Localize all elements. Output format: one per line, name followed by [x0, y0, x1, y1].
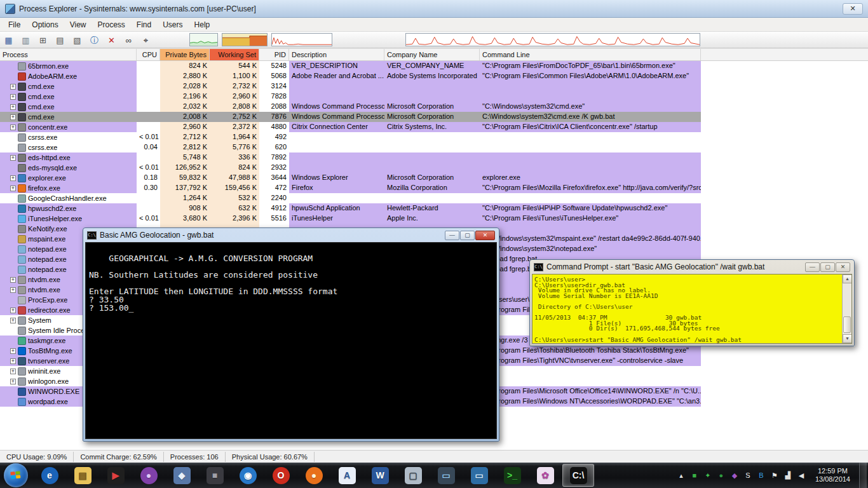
tree-expand-toggle[interactable] — [10, 399, 16, 405]
process-row[interactable]: hpwuschd2.exe 908 K 632 K 4912 hpwuSchd … — [0, 203, 701, 214]
tree-expand-toggle[interactable] — [10, 338, 16, 344]
tree-expand-toggle[interactable] — [10, 297, 16, 303]
taskbar-app-blue[interactable]: ◆ — [166, 464, 198, 487]
process-explorer-titlebar[interactable]: Process Explorer - Sysinternals: www.sys… — [0, 0, 868, 18]
column-header[interactable]: Working Set — [210, 49, 259, 60]
tree-expand-toggle[interactable]: + — [10, 308, 16, 313]
menu-item[interactable]: File — [3, 19, 26, 30]
taskbar-opera[interactable]: O — [265, 464, 297, 487]
kill-process-icon[interactable]: ✕ — [104, 34, 119, 46]
tree-expand-toggle[interactable]: + — [10, 379, 16, 384]
menu-item[interactable]: Process — [92, 19, 131, 30]
process-row[interactable]: + cmd.exe 2,028 K 2,732 K 3124 — [0, 81, 701, 92]
tree-expand-toggle[interactable] — [10, 165, 16, 171]
start-button[interactable] — [4, 463, 28, 487]
tree-expand-toggle[interactable] — [10, 74, 16, 79]
tray-s-icon[interactable]: S — [743, 470, 753, 480]
sysinfo-icon[interactable]: ▥ — [18, 34, 34, 46]
process-row[interactable]: + concentr.exe 2,960 K 2,372 K 4880 Citr… — [0, 122, 701, 132]
taskbar-firefox[interactable]: ● — [298, 464, 330, 487]
taskbar-clock[interactable]: 12:59 PM 13/08/2014 — [810, 467, 856, 484]
tree-expand-toggle[interactable] — [10, 206, 16, 212]
tree-expand-toggle[interactable]: + — [10, 175, 16, 181]
column-header[interactable]: Description — [289, 49, 384, 60]
tray-purple-icon[interactable]: ◆ — [729, 470, 740, 480]
tray-volume-icon[interactable]: ◀ — [796, 470, 806, 480]
menu-item[interactable]: Help — [189, 19, 216, 30]
tree-expand-toggle[interactable] — [10, 216, 16, 222]
cpu-history-graph[interactable] — [189, 33, 218, 46]
properties-icon[interactable]: ⓘ — [86, 34, 102, 46]
tree-expand-toggle[interactable]: + — [10, 104, 16, 110]
minimize-button[interactable]: — — [805, 262, 820, 272]
taskbar-paint[interactable]: ✿ — [529, 464, 561, 487]
find-window-icon[interactable]: ⌖ — [138, 34, 154, 46]
process-row[interactable]: eds-mysqld.exe < 0.01 126,952 K 824 K 29… — [0, 163, 701, 173]
scroll-down-button[interactable]: ▼ — [843, 334, 852, 343]
tree-expand-toggle[interactable] — [10, 145, 16, 151]
taskbar-vnc-viewer[interactable]: ▭ — [463, 464, 495, 487]
tree-expand-toggle[interactable] — [10, 247, 16, 252]
column-header[interactable]: Private Bytes — [160, 49, 210, 60]
tree-view-icon[interactable]: ⊞ — [35, 34, 51, 46]
save-icon[interactable]: ▦ — [1, 34, 17, 46]
process-row[interactable]: GoogleCrashHandler.exe 1,264 K 532 K 224… — [0, 193, 701, 203]
tree-expand-toggle[interactable]: + — [10, 358, 16, 364]
process-row[interactable]: + firefox.exe 0.30 137,792 K 159,456 K 4… — [0, 183, 701, 193]
tree-expand-toggle[interactable]: + — [10, 348, 16, 354]
tree-expand-toggle[interactable] — [10, 64, 16, 69]
tray-flag-icon[interactable]: ⚑ — [770, 470, 780, 480]
taskbar-terminal-green[interactable]: >_ — [496, 464, 528, 487]
menu-item[interactable]: Options — [26, 19, 64, 30]
tree-expand-toggle[interactable] — [10, 236, 16, 242]
process-row[interactable]: + cmd.exe 2,032 K 2,808 K 2088 Windows C… — [0, 102, 701, 112]
menu-item[interactable]: Find — [131, 19, 157, 30]
tray-green-dot-icon[interactable]: ● — [716, 470, 726, 480]
menu-item[interactable]: Users — [157, 19, 188, 30]
tree-expand-toggle[interactable] — [10, 389, 16, 395]
tray-green-status-icon[interactable]: ■ — [689, 470, 700, 480]
show-desktop-button[interactable] — [859, 463, 867, 488]
minimize-button[interactable]: — — [445, 231, 459, 240]
taskbar-purple-media-app[interactable]: ● — [133, 464, 165, 487]
close-button[interactable]: ✕ — [836, 262, 850, 272]
process-row[interactable]: + explorer.exe 0.18 59,832 K 47,988 K 36… — [0, 173, 701, 183]
tray-bluetooth-icon[interactable]: B — [756, 470, 766, 480]
taskbar-windows-explorer[interactable]: ▤ — [67, 464, 98, 487]
tree-expand-toggle[interactable]: + — [10, 186, 16, 191]
close-button[interactable]: ✕ — [843, 3, 863, 15]
tray-green-app-icon[interactable]: ✦ — [703, 470, 713, 480]
find-icon[interactable]: ∞ — [121, 34, 137, 46]
process-row[interactable]: + cmd.exe 2,008 K 2,752 K 7876 Windows C… — [0, 112, 701, 122]
taskbar-document-app[interactable]: A — [331, 464, 363, 487]
taskbar-word[interactable]: W — [364, 464, 396, 487]
process-row[interactable]: iTunesHelper.exe < 0.01 3,680 K 2,396 K … — [0, 214, 701, 224]
tree-expand-toggle[interactable]: + — [10, 318, 16, 323]
tray-signal-icon[interactable]: ▟ — [783, 470, 793, 480]
scroll-up-button[interactable]: ▲ — [843, 274, 852, 283]
commit-history-graph[interactable] — [222, 33, 268, 46]
tray-show-hidden-icon[interactable]: ▴ — [676, 470, 686, 480]
process-row[interactable]: csrss.exe 0.04 2,812 K 5,776 K 620 — [0, 142, 701, 152]
tree-expand-toggle[interactable]: + — [10, 155, 16, 161]
tree-expand-toggle[interactable]: + — [10, 94, 16, 100]
tree-expand-toggle[interactable]: + — [10, 125, 16, 130]
vertical-scrollbar[interactable]: ▲ ▼ — [842, 274, 851, 343]
maximize-button[interactable]: ▢ — [820, 262, 835, 272]
tree-expand-toggle[interactable] — [10, 328, 16, 334]
process-row[interactable]: AdobeARM.exe 2,880 K 1,100 K 5068 Adobe … — [0, 71, 701, 81]
column-header[interactable]: CPU — [137, 49, 160, 60]
taskbar-media-app[interactable]: ▶ — [100, 464, 132, 487]
activity-history-graph[interactable] — [405, 33, 700, 46]
taskbar-app-window[interactable]: ▢ — [397, 464, 429, 487]
process-row[interactable]: + eds-httpd.exe 5,748 K 336 K 7892 — [0, 152, 701, 163]
taskbar-windows-media-player[interactable]: ◉ — [232, 464, 264, 487]
tree-expand-toggle[interactable]: + — [10, 84, 16, 90]
column-header[interactable]: Command Line — [480, 49, 701, 60]
tree-expand-toggle[interactable] — [10, 267, 16, 273]
tree-expand-toggle[interactable] — [10, 226, 16, 232]
tree-expand-toggle[interactable] — [10, 257, 16, 262]
tree-expand-toggle[interactable]: + — [10, 287, 16, 293]
tree-expand-toggle[interactable]: + — [10, 369, 16, 374]
dll-view-icon[interactable]: ▧ — [69, 34, 85, 46]
